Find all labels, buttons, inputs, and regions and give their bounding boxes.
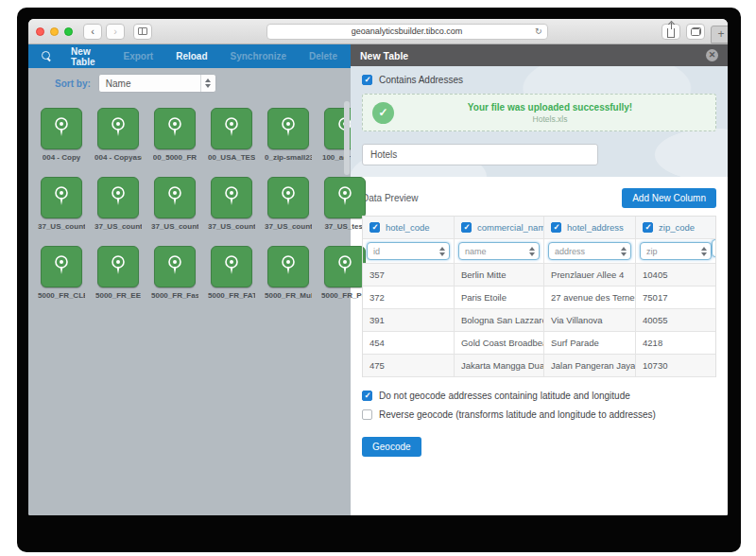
add-new-column-button[interactable]: Add New Column — [622, 188, 716, 208]
zoom-window-button[interactable] — [64, 27, 73, 36]
map-pin-icon — [50, 115, 73, 142]
tile-label: 37_US_countr... — [265, 222, 312, 231]
cell-hotel-code: 475 — [363, 355, 455, 376]
select-stepper-icon — [697, 243, 711, 259]
success-text: Your file was uploaded successfully! Hot… — [394, 102, 706, 124]
toolbar-item[interactable]: Delete — [309, 51, 337, 61]
table-tile[interactable]: 5000_FR_CLE... — [38, 246, 85, 300]
new-tab-button[interactable]: + — [711, 26, 728, 43]
cell-zip-code: 75017 — [636, 287, 715, 308]
map-pin-icon — [107, 115, 129, 142]
close-window-button[interactable] — [36, 27, 44, 36]
back-button[interactable]: ‹ — [83, 24, 102, 40]
forward-button[interactable]: › — [106, 24, 125, 40]
column-header-row: hotel_code commercial_name hotel_address… — [363, 217, 715, 239]
toolbar-item[interactable]: Reload — [176, 51, 207, 61]
table-tile[interactable]: 0_zip-small23 — [265, 108, 312, 162]
geocode-option-row: Reverse geocode (transforms latitude and… — [362, 409, 716, 420]
url-bar[interactable]: geoanalyticsbuilder.tibco.com ↻ — [266, 24, 548, 40]
table-tile[interactable]: 37_US_countr... — [94, 177, 142, 231]
tabs-icon — [691, 27, 701, 36]
scrollbar-thumb[interactable] — [344, 101, 350, 175]
map-pin-icon — [107, 253, 129, 280]
table-tile[interactable]: 5000_FR_Multi — [265, 246, 312, 300]
cell-hotel-address: 27 avenue des Ternes — [544, 287, 636, 308]
table-row: 357 Berlin Mitte Prenzlauer Allee 4 1040… — [363, 264, 715, 287]
tile-label: 0_zip-small23 — [265, 153, 312, 162]
sidebar-toggle-button[interactable] — [133, 24, 152, 40]
table-tile[interactable]: 00_USA_TEST — [208, 108, 255, 162]
column-checkbox[interactable] — [551, 222, 561, 233]
search-icon[interactable] — [42, 51, 48, 61]
preview-table-body: 357 Berlin Mitte Prenzlauer Allee 4 1040… — [363, 264, 715, 377]
mapping-select-name[interactable]: name — [458, 242, 540, 260]
tile-icon — [41, 246, 82, 287]
table-tile-grid: 004 - Copy — [28, 98, 351, 309]
geocode-option-label: Reverse geocode (transforms latitude and… — [379, 409, 656, 420]
geocode-button[interactable]: Geocode — [362, 437, 421, 457]
table-tile[interactable]: 00_5000_FR — [151, 108, 198, 162]
tile-label: 37_US_countr... — [38, 222, 85, 231]
data-preview-label: Data Preview — [362, 193, 418, 203]
tile-label: 37_US_test — [324, 222, 365, 231]
tile-label: 00_5000_FR — [153, 153, 197, 162]
sort-select-value: Name — [106, 78, 131, 89]
table-row: 372 Paris Etoile 27 avenue des Ternes 75… — [363, 287, 715, 309]
window-controls — [36, 27, 73, 36]
table-tile[interactable]: 004 - Copyasd... — [94, 108, 142, 162]
mapping-select-id[interactable]: id — [367, 242, 450, 260]
clipped-select-edge — [712, 239, 715, 257]
table-tile[interactable]: 37_US_countr... — [38, 177, 85, 231]
tab-overview-button[interactable] — [686, 24, 705, 40]
column-checkbox[interactable] — [461, 222, 472, 233]
mapping-select-zip[interactable]: zip — [640, 242, 712, 260]
tile-icon — [41, 177, 82, 218]
geocode-option-row: Do not geocode addresses containing lati… — [362, 391, 716, 401]
tile-label: 5000_FR_Multi — [265, 291, 312, 300]
cell-hotel-code: 454 — [363, 332, 455, 354]
column-checkbox[interactable] — [369, 222, 380, 233]
browser-window: ‹ › geoanalyticsbuilder.tibco.com ↻ + — [28, 19, 728, 515]
map-pin-icon — [277, 253, 300, 280]
contains-addresses-label: Contains Addresses — [379, 75, 463, 85]
table-tile[interactable]: 004 - Copy — [38, 108, 85, 162]
tile-label: 004 - Copy — [43, 153, 80, 162]
map-pin-icon — [220, 253, 243, 280]
select-stepper-icon — [617, 243, 630, 259]
column-checkbox[interactable] — [643, 222, 653, 233]
browser-content: New Table Export Reload Synchronize Dele… — [28, 44, 728, 515]
geocode-option-checkbox[interactable] — [362, 409, 372, 420]
sort-select[interactable]: Name — [98, 74, 216, 93]
upload-success-banner: ✓ Your file was uploaded successfully! H… — [362, 94, 716, 131]
table-tile[interactable]: 5000_FR_Fast — [151, 246, 198, 300]
toolbar-item[interactable]: Synchronize — [231, 51, 286, 61]
tile-label: 5000_FR_Fast — [151, 291, 198, 300]
tile-label: 37_US_countr... — [94, 222, 142, 231]
geocode-option-checkbox[interactable] — [362, 391, 372, 401]
toolbar-item[interactable]: New Table — [71, 46, 100, 67]
table-tile[interactable]: 37_US_countr... — [208, 177, 255, 231]
geocode-option-label: Do not geocode addresses containing lati… — [379, 391, 630, 401]
cell-commercial-name: Jakarta Mangga Dua — [455, 355, 544, 376]
table-tile[interactable]: 5000_FR_FAT3 — [208, 246, 255, 300]
tile-label: 37_US_countr... — [151, 222, 198, 231]
map-background-section: Contains Addresses ✓ Your file was uploa… — [351, 66, 728, 177]
close-panel-icon[interactable]: ✕ — [706, 49, 718, 61]
table-tile[interactable]: 5000_FR_EE — [94, 246, 142, 300]
mapping-select-address[interactable]: address — [548, 242, 631, 260]
panel-header: New Table ✕ — [351, 44, 728, 66]
tile-label: 37_US_countr... — [208, 222, 255, 231]
tile-icon — [154, 177, 196, 218]
table-name-input[interactable] — [362, 144, 598, 165]
minimize-window-button[interactable] — [50, 27, 59, 36]
reload-icon[interactable]: ↻ — [535, 26, 542, 36]
contains-addresses-checkbox[interactable] — [362, 75, 372, 85]
table-tile[interactable]: 37_US_countr... — [265, 177, 312, 231]
new-table-panel: New Table ✕ Contains Addresses ✓ Your fi… — [351, 44, 728, 515]
cell-hotel-address: Surf Parade — [544, 332, 636, 354]
map-pin-icon — [163, 115, 186, 142]
tile-label: 00_USA_TEST — [208, 153, 255, 162]
toolbar-item[interactable]: Export — [124, 51, 154, 61]
share-button[interactable] — [662, 24, 680, 40]
table-tile[interactable]: 37_US_countr... — [151, 177, 198, 231]
